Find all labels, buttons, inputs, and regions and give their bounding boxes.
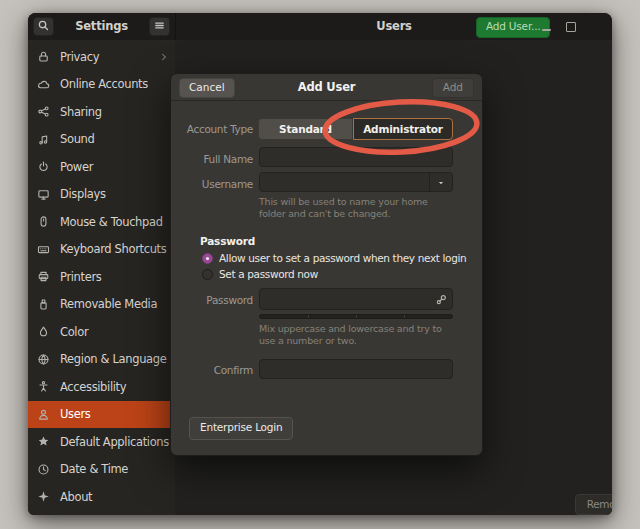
password-strength-bar bbox=[259, 314, 453, 319]
sidebar-item-removable-media[interactable]: Removable Media bbox=[28, 291, 175, 319]
display-icon bbox=[37, 187, 51, 201]
maximize-icon[interactable] bbox=[566, 22, 576, 32]
generate-password-icon[interactable] bbox=[434, 292, 448, 311]
password-input[interactable] bbox=[259, 288, 453, 310]
sidebar-item-label: Region & Language bbox=[60, 352, 169, 366]
standard-option[interactable]: Standard bbox=[258, 118, 353, 140]
sidebar-item-label: Accessibility bbox=[60, 380, 169, 394]
sidebar-item-label: Sharing bbox=[60, 105, 169, 119]
minimize-icon[interactable] bbox=[542, 29, 551, 31]
radio-unselected-icon bbox=[202, 269, 213, 280]
sidebar-item-label: Privacy bbox=[60, 50, 159, 64]
sidebar-item-displays[interactable]: Displays bbox=[28, 181, 175, 209]
clock-icon bbox=[37, 462, 51, 476]
chevron-right-icon bbox=[159, 47, 169, 66]
administrator-option[interactable]: Administrator bbox=[353, 118, 453, 140]
add-button[interactable]: Add bbox=[432, 78, 474, 98]
accessibility-icon bbox=[37, 380, 51, 394]
account-type-segment: Standard Administrator bbox=[258, 118, 453, 140]
color-icon bbox=[37, 325, 51, 339]
sidebar-item-label: Printers bbox=[60, 270, 169, 284]
settings-window: Settings Users Add User... PrivacyOnline… bbox=[28, 13, 612, 515]
username-combobox[interactable] bbox=[259, 172, 453, 192]
add-user-dialog: Add User Cancel Add Account Type Standar… bbox=[170, 73, 483, 456]
sidebar-item-label: Color bbox=[60, 325, 169, 339]
power-icon bbox=[37, 160, 51, 174]
sidebar: PrivacyOnline AccountsSharingSoundPowerD… bbox=[28, 40, 175, 515]
sidebar-item-sound[interactable]: Sound bbox=[28, 126, 175, 154]
sound-icon bbox=[37, 132, 51, 146]
sidebar-item-label: Date & Time bbox=[60, 462, 169, 476]
chevron-down-icon bbox=[436, 173, 446, 192]
radio-row-set-now[interactable]: Set a password now bbox=[202, 268, 318, 280]
headerbar-left: Settings bbox=[28, 13, 176, 40]
sidebar-item-privacy[interactable]: Privacy bbox=[28, 43, 175, 71]
confirm-input[interactable] bbox=[259, 359, 453, 379]
sidebar-item-mouse-touchpad[interactable]: Mouse & Touchpad bbox=[28, 208, 175, 236]
menu-button[interactable] bbox=[149, 17, 170, 36]
sidebar-item-color[interactable]: Color bbox=[28, 318, 175, 346]
removable-media-icon bbox=[37, 297, 51, 311]
remove-user-button[interactable]: Remove User... bbox=[575, 494, 612, 515]
radio-next-login-label: Allow user to set a password when they n… bbox=[219, 252, 466, 264]
sidebar-item-label: Removable Media bbox=[60, 297, 169, 311]
sidebar-item-online-accounts[interactable]: Online Accounts bbox=[28, 71, 175, 99]
sidebar-item-users[interactable]: Users bbox=[28, 401, 175, 429]
confirm-label: Confirm bbox=[171, 364, 253, 376]
password-label: Password bbox=[171, 294, 253, 306]
sidebar-item-label: Online Accounts bbox=[60, 77, 169, 91]
full-name-label: Full Name bbox=[171, 153, 253, 165]
sidebar-item-accessibility[interactable]: Accessibility bbox=[28, 373, 175, 401]
username-dropdown-button[interactable] bbox=[429, 173, 452, 191]
sidebar-item-label: Displays bbox=[60, 187, 169, 201]
radio-selected-icon bbox=[202, 253, 213, 264]
sidebar-item-label: Mouse & Touchpad bbox=[60, 215, 169, 229]
enterprise-login-button[interactable]: Enterprise Login bbox=[189, 417, 293, 440]
sidebar-item-label: Users bbox=[60, 407, 169, 421]
account-type-label: Account Type bbox=[171, 123, 253, 135]
globe-icon bbox=[37, 352, 51, 366]
sidebar-item-default-applications[interactable]: Default Applications bbox=[28, 428, 175, 456]
username-hint: This will be used to name your home fold… bbox=[259, 196, 455, 219]
password-hint: Mix uppercase and lowercase and try to u… bbox=[259, 323, 455, 346]
about-icon bbox=[37, 490, 51, 504]
sidebar-item-label: Sound bbox=[60, 132, 169, 146]
cancel-button[interactable]: Cancel bbox=[179, 78, 235, 98]
sidebar-item-sharing[interactable]: Sharing bbox=[28, 98, 175, 126]
full-name-input[interactable] bbox=[259, 147, 453, 167]
sidebar-item-keyboard-shortcuts[interactable]: Keyboard Shortcuts bbox=[28, 236, 175, 264]
add-user-button[interactable]: Add User... bbox=[476, 17, 550, 38]
sidebar-item-label: About bbox=[60, 490, 169, 504]
star-icon bbox=[37, 435, 51, 449]
username-label: Username bbox=[171, 178, 253, 190]
sidebar-item-label: Keyboard Shortcuts bbox=[60, 242, 169, 256]
sidebar-item-date-time[interactable]: Date & Time bbox=[28, 456, 175, 484]
keyboard-icon bbox=[37, 242, 51, 256]
sidebar-item-region-language[interactable]: Region & Language bbox=[28, 346, 175, 374]
cloud-icon bbox=[37, 77, 51, 91]
sidebar-item-printers[interactable]: Printers bbox=[28, 263, 175, 291]
password-section-title: Password bbox=[200, 235, 255, 247]
sidebar-item-label: Default Applications bbox=[60, 435, 169, 449]
headerbar-right: Users Add User... bbox=[176, 13, 612, 40]
mouse-icon bbox=[37, 215, 51, 229]
radio-set-now-label: Set a password now bbox=[219, 268, 318, 280]
headerbar: Settings Users Add User... bbox=[28, 13, 612, 40]
dialog-header: Add User Cancel Add bbox=[171, 74, 482, 101]
sidebar-item-about[interactable]: About bbox=[28, 483, 175, 511]
sidebar-item-label: Power bbox=[60, 160, 169, 174]
share-icon bbox=[37, 105, 51, 119]
lock-icon bbox=[37, 50, 51, 64]
users-icon bbox=[37, 407, 51, 421]
hamburger-icon bbox=[153, 17, 166, 36]
printer-icon bbox=[37, 270, 51, 284]
radio-row-next-login[interactable]: Allow user to set a password when they n… bbox=[202, 252, 466, 264]
sidebar-item-power[interactable]: Power bbox=[28, 153, 175, 181]
